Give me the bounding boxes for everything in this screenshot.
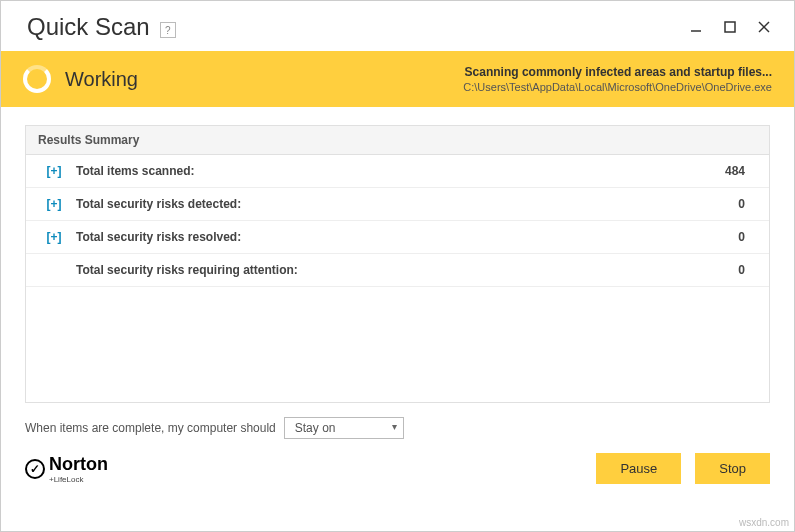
status-label: Working — [65, 68, 138, 91]
row-label: Total security risks resolved: — [76, 230, 738, 244]
result-row: [+] Total security risks detected: 0 — [26, 188, 769, 221]
expand-icon[interactable]: [+] — [40, 230, 68, 244]
status-heading: Scanning commonly infected areas and sta… — [463, 65, 772, 79]
status-bar: Working Scanning commonly infected areas… — [1, 51, 794, 107]
brand-sub: +LifeLock — [49, 475, 108, 484]
results-panel: Results Summary [+] Total items scanned:… — [25, 125, 770, 403]
svg-rect-1 — [725, 22, 735, 32]
row-label: Total security risks requiring attention… — [76, 263, 738, 277]
watermark: wsxdn.com — [739, 517, 789, 528]
minimize-button[interactable] — [688, 19, 704, 35]
expand-icon[interactable]: [+] — [40, 164, 68, 178]
brand-name: Norton — [49, 454, 108, 475]
result-row: [+] Total security risks resolved: 0 — [26, 221, 769, 254]
result-row: [+] Total items scanned: 484 — [26, 155, 769, 188]
status-path: C:\Users\Test\AppData\Local\Microsoft\On… — [463, 81, 772, 93]
checkmark-icon: ✓ — [25, 459, 45, 479]
spinner-icon — [23, 65, 51, 93]
help-icon[interactable]: ? — [160, 22, 176, 38]
stop-button[interactable]: Stop — [695, 453, 770, 484]
dropdown-value: Stay on — [295, 421, 336, 435]
maximize-button[interactable] — [722, 19, 738, 35]
completion-dropdown[interactable]: Stay on — [284, 417, 404, 439]
close-button[interactable] — [756, 19, 772, 35]
completion-prompt: When items are complete, my computer sho… — [25, 421, 276, 435]
row-value: 0 — [738, 263, 745, 277]
row-label: Total security risks detected: — [76, 197, 738, 211]
row-value: 0 — [738, 230, 745, 244]
row-label: Total items scanned: — [76, 164, 725, 178]
row-value: 484 — [725, 164, 745, 178]
result-row: Total security risks requiring attention… — [26, 254, 769, 287]
pause-button[interactable]: Pause — [596, 453, 681, 484]
page-title: Quick Scan — [27, 13, 150, 41]
results-title: Results Summary — [26, 126, 769, 155]
row-value: 0 — [738, 197, 745, 211]
brand-logo: ✓ Norton +LifeLock — [25, 454, 108, 484]
expand-icon[interactable]: [+] — [40, 197, 68, 211]
